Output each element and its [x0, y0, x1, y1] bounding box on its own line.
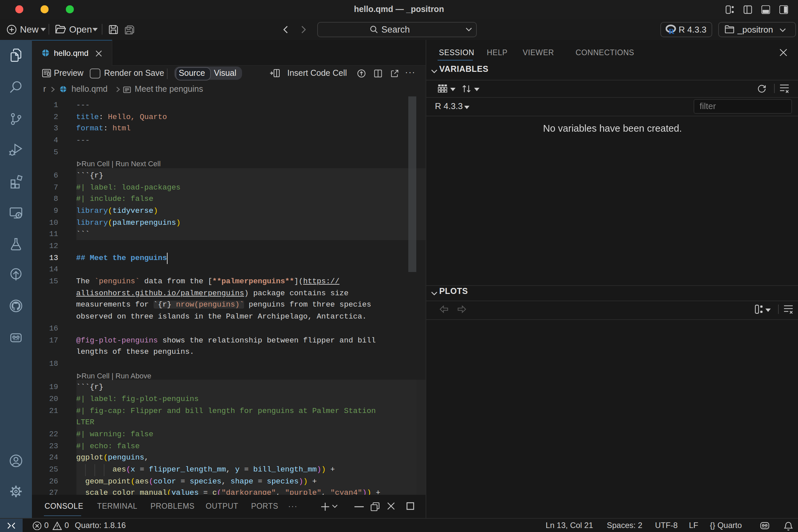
svg-text:R: R — [668, 27, 674, 35]
